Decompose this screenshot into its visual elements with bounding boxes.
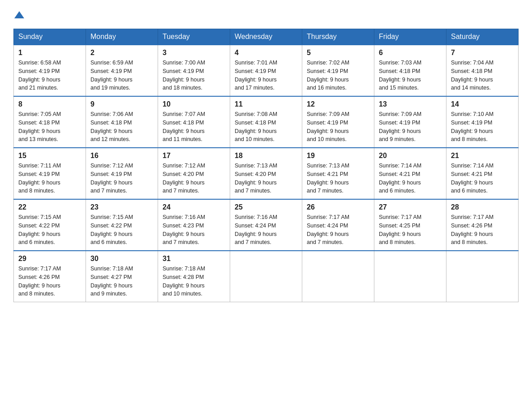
- day-number: 8: [18, 100, 81, 108]
- day-info: Sunrise: 7:01 AM Sunset: 4:19 PM Dayligh…: [235, 59, 297, 92]
- day-info: Sunrise: 7:09 AM Sunset: 4:19 PM Dayligh…: [307, 110, 369, 144]
- day-number: 30: [90, 255, 153, 263]
- day-info: Sunrise: 7:11 AM Sunset: 4:19 PM Dayligh…: [18, 162, 81, 195]
- day-number: 24: [163, 203, 225, 211]
- week-row-5: 29 Sunrise: 7:17 AM Sunset: 4:26 PM Dayl…: [14, 251, 519, 302]
- calendar-header-row: SundayMondayTuesdayWednesdayThursdayFrid…: [14, 29, 519, 45]
- day-info: Sunrise: 7:10 AM Sunset: 4:19 PM Dayligh…: [451, 110, 514, 144]
- day-number: 6: [379, 49, 442, 57]
- logo-triangle-icon: [14, 10, 24, 20]
- day-info: Sunrise: 7:09 AM Sunset: 4:19 PM Dayligh…: [379, 110, 442, 144]
- calendar-cell: 21 Sunrise: 7:14 AM Sunset: 4:21 PM Dayl…: [446, 148, 519, 199]
- calendar-cell: 29 Sunrise: 7:17 AM Sunset: 4:26 PM Dayl…: [14, 251, 86, 302]
- day-number: 25: [235, 203, 297, 211]
- calendar-cell: 24 Sunrise: 7:16 AM Sunset: 4:23 PM Dayl…: [158, 199, 230, 251]
- day-info: Sunrise: 7:07 AM Sunset: 4:18 PM Dayligh…: [163, 110, 225, 144]
- calendar-cell: 20 Sunrise: 7:14 AM Sunset: 4:21 PM Dayl…: [374, 148, 446, 199]
- calendar-cell: 3 Sunrise: 7:00 AM Sunset: 4:19 PM Dayli…: [158, 45, 230, 96]
- calendar-cell: 2 Sunrise: 6:59 AM Sunset: 4:19 PM Dayli…: [86, 45, 158, 96]
- week-row-2: 8 Sunrise: 7:05 AM Sunset: 4:18 PM Dayli…: [14, 96, 519, 148]
- calendar-cell: 8 Sunrise: 7:05 AM Sunset: 4:18 PM Dayli…: [14, 96, 86, 148]
- day-number: 22: [18, 203, 81, 211]
- svg-marker-0: [14, 11, 24, 18]
- day-info: Sunrise: 6:59 AM Sunset: 4:19 PM Dayligh…: [90, 59, 153, 92]
- calendar-table: SundayMondayTuesdayWednesdayThursdayFrid…: [13, 29, 519, 302]
- calendar-cell: 10 Sunrise: 7:07 AM Sunset: 4:18 PM Dayl…: [158, 96, 230, 148]
- day-info: Sunrise: 7:16 AM Sunset: 4:23 PM Dayligh…: [163, 213, 225, 247]
- day-header-friday: Friday: [374, 29, 446, 45]
- calendar-cell: 15 Sunrise: 7:11 AM Sunset: 4:19 PM Dayl…: [14, 148, 86, 199]
- day-number: 11: [235, 100, 297, 108]
- day-info: Sunrise: 7:17 AM Sunset: 4:24 PM Dayligh…: [307, 213, 369, 247]
- day-number: 1: [18, 49, 81, 57]
- day-number: 27: [379, 203, 442, 211]
- calendar-cell: 27 Sunrise: 7:17 AM Sunset: 4:25 PM Dayl…: [374, 199, 446, 251]
- day-info: Sunrise: 7:02 AM Sunset: 4:19 PM Dayligh…: [307, 59, 369, 92]
- calendar-cell: [230, 251, 302, 302]
- day-info: Sunrise: 7:15 AM Sunset: 4:22 PM Dayligh…: [90, 213, 153, 247]
- day-info: Sunrise: 7:15 AM Sunset: 4:22 PM Dayligh…: [18, 213, 81, 247]
- calendar-cell: 12 Sunrise: 7:09 AM Sunset: 4:19 PM Dayl…: [302, 96, 374, 148]
- day-info: Sunrise: 7:18 AM Sunset: 4:27 PM Dayligh…: [90, 265, 153, 298]
- calendar-cell: 14 Sunrise: 7:10 AM Sunset: 4:19 PM Dayl…: [446, 96, 519, 148]
- day-number: 29: [18, 255, 81, 263]
- day-header-sunday: Sunday: [14, 29, 86, 45]
- day-number: 5: [307, 49, 369, 57]
- day-info: Sunrise: 7:06 AM Sunset: 4:18 PM Dayligh…: [90, 110, 153, 144]
- calendar-cell: 6 Sunrise: 7:03 AM Sunset: 4:18 PM Dayli…: [374, 45, 446, 96]
- day-number: 19: [307, 152, 369, 160]
- day-info: Sunrise: 7:00 AM Sunset: 4:19 PM Dayligh…: [163, 59, 225, 92]
- calendar-cell: 4 Sunrise: 7:01 AM Sunset: 4:19 PM Dayli…: [230, 45, 302, 96]
- calendar-cell: 23 Sunrise: 7:15 AM Sunset: 4:22 PM Dayl…: [86, 199, 158, 251]
- calendar-cell: 19 Sunrise: 7:13 AM Sunset: 4:21 PM Dayl…: [302, 148, 374, 199]
- day-number: 2: [90, 49, 153, 57]
- day-number: 28: [451, 203, 514, 211]
- calendar-cell: 9 Sunrise: 7:06 AM Sunset: 4:18 PM Dayli…: [86, 96, 158, 148]
- day-info: Sunrise: 7:14 AM Sunset: 4:21 PM Dayligh…: [451, 162, 514, 195]
- day-number: 14: [451, 100, 514, 108]
- week-row-4: 22 Sunrise: 7:15 AM Sunset: 4:22 PM Dayl…: [14, 199, 519, 251]
- day-info: Sunrise: 7:17 AM Sunset: 4:25 PM Dayligh…: [379, 213, 442, 247]
- calendar-cell: 1 Sunrise: 6:58 AM Sunset: 4:19 PM Dayli…: [14, 45, 86, 96]
- calendar-cell: 17 Sunrise: 7:12 AM Sunset: 4:20 PM Dayl…: [158, 148, 230, 199]
- page-header: [13, 9, 519, 20]
- day-info: Sunrise: 7:16 AM Sunset: 4:24 PM Dayligh…: [235, 213, 297, 247]
- calendar-cell: 31 Sunrise: 7:18 AM Sunset: 4:28 PM Dayl…: [158, 251, 230, 302]
- calendar-cell: 11 Sunrise: 7:08 AM Sunset: 4:18 PM Dayl…: [230, 96, 302, 148]
- calendar-cell: 28 Sunrise: 7:17 AM Sunset: 4:26 PM Dayl…: [446, 199, 519, 251]
- day-number: 16: [90, 152, 153, 160]
- calendar-cell: [374, 251, 446, 302]
- day-header-tuesday: Tuesday: [158, 29, 230, 45]
- day-number: 18: [235, 152, 297, 160]
- day-info: Sunrise: 7:12 AM Sunset: 4:19 PM Dayligh…: [90, 162, 153, 195]
- calendar-cell: 18 Sunrise: 7:13 AM Sunset: 4:20 PM Dayl…: [230, 148, 302, 199]
- day-number: 21: [451, 152, 514, 160]
- day-info: Sunrise: 6:58 AM Sunset: 4:19 PM Dayligh…: [18, 59, 81, 92]
- day-header-monday: Monday: [86, 29, 158, 45]
- day-info: Sunrise: 7:13 AM Sunset: 4:21 PM Dayligh…: [307, 162, 369, 195]
- day-header-wednesday: Wednesday: [230, 29, 302, 45]
- calendar-cell: 25 Sunrise: 7:16 AM Sunset: 4:24 PM Dayl…: [230, 199, 302, 251]
- day-info: Sunrise: 7:04 AM Sunset: 4:18 PM Dayligh…: [451, 59, 514, 92]
- day-number: 15: [18, 152, 81, 160]
- day-info: Sunrise: 7:08 AM Sunset: 4:18 PM Dayligh…: [235, 110, 297, 144]
- day-number: 10: [163, 100, 225, 108]
- day-info: Sunrise: 7:18 AM Sunset: 4:28 PM Dayligh…: [163, 265, 225, 298]
- calendar-cell: [302, 251, 374, 302]
- day-info: Sunrise: 7:17 AM Sunset: 4:26 PM Dayligh…: [451, 213, 514, 247]
- calendar-cell: 26 Sunrise: 7:17 AM Sunset: 4:24 PM Dayl…: [302, 199, 374, 251]
- calendar-cell: 22 Sunrise: 7:15 AM Sunset: 4:22 PM Dayl…: [14, 199, 86, 251]
- calendar-cell: 7 Sunrise: 7:04 AM Sunset: 4:18 PM Dayli…: [446, 45, 519, 96]
- day-number: 13: [379, 100, 442, 108]
- day-number: 20: [379, 152, 442, 160]
- calendar-cell: [446, 251, 519, 302]
- day-number: 26: [307, 203, 369, 211]
- day-info: Sunrise: 7:14 AM Sunset: 4:21 PM Dayligh…: [379, 162, 442, 195]
- day-number: 3: [163, 49, 225, 57]
- week-row-3: 15 Sunrise: 7:11 AM Sunset: 4:19 PM Dayl…: [14, 148, 519, 199]
- day-info: Sunrise: 7:17 AM Sunset: 4:26 PM Dayligh…: [18, 265, 81, 298]
- calendar-cell: 30 Sunrise: 7:18 AM Sunset: 4:27 PM Dayl…: [86, 251, 158, 302]
- day-number: 7: [451, 49, 514, 57]
- day-number: 17: [163, 152, 225, 160]
- day-number: 4: [235, 49, 297, 57]
